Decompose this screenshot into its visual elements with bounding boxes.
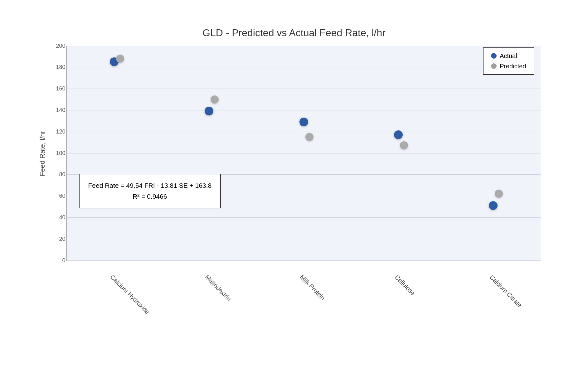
legend-item-actual: Actual [491,52,526,60]
actual-point-2 [299,118,308,126]
y-axis-label: Feed Rate, l/hr [38,131,46,176]
predicted-point-3 [400,141,408,149]
grid-line-0: 0 [67,260,541,261]
grid-line-140: 140 [67,110,541,110]
formula-box: Feed Rate = 49.54 FRI - 13.81 SE + 163.8… [79,174,221,208]
grid-line-20: 20 [67,239,541,239]
x-axis-labels: Calcium HydroxideMaltodextrinMilk Protei… [66,264,541,345]
chart-container: GLD - Predicted vs Actual Feed Rate, l/h… [29,21,559,348]
legend-label-actual: Actual [500,52,517,60]
legend-item-predicted: Predicted [491,63,526,70]
grid-line-40: 40 [67,217,541,218]
predicted-point-1 [211,95,219,104]
legend-label-predicted: Predicted [500,63,526,70]
x-label-4: Calcium Citrate [488,274,523,309]
grid-line-120: 120 [67,132,541,132]
predicted-point-2 [305,133,313,141]
actual-point-4 [489,201,498,210]
predicted-point-4 [495,190,503,198]
grid-line-180: 180 [67,67,541,67]
formula-line2: R² = 0.9466 [88,191,212,202]
actual-dot [491,53,497,59]
actual-point-3 [394,130,403,139]
x-label-2: Milk Protein [298,274,326,302]
legend-box: Actual Predicted [483,47,534,75]
actual-point-1 [205,107,213,115]
predicted-dot [491,63,497,69]
formula-line1: Feed Rate = 49.54 FRI - 13.81 SE + 163.8 [88,180,212,191]
plot-area: 200 180 160 140 120 100 80 60 40 20 0 [66,46,541,261]
chart-title: GLD - Predicted vs Actual Feed Rate, l/h… [29,21,559,42]
grid-line-160: 160 [67,89,541,89]
grid-line-100: 100 [67,153,541,153]
x-label-0: Calcium Hydroxide [109,274,151,316]
x-label-1: Maltodextrin [203,274,232,303]
x-label-3: Cellulose [393,274,416,297]
predicted-point-0 [116,55,124,63]
grid-line-200: 200 [67,46,541,46]
